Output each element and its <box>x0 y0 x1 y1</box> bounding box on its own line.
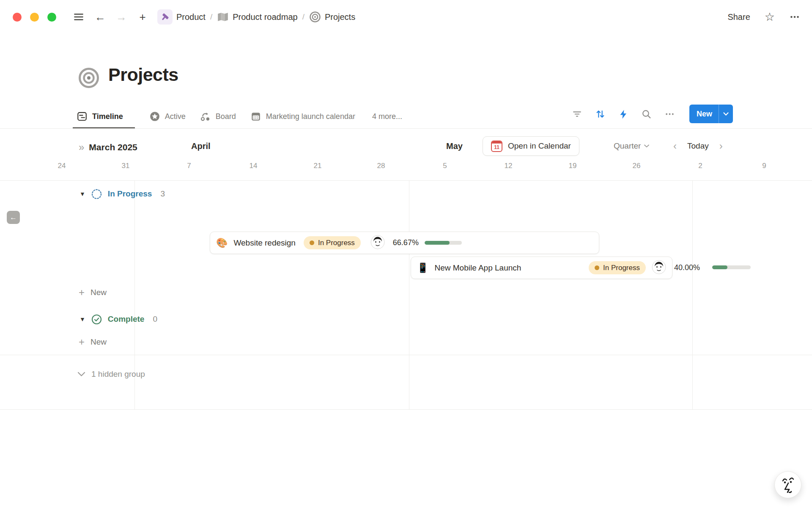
previous-period-button[interactable]: ‹ <box>673 141 677 151</box>
new-item-split-button: New <box>689 105 733 123</box>
flow-icon <box>200 111 211 122</box>
sort-arrows-icon <box>595 109 606 119</box>
tab-label: Timeline <box>92 112 123 121</box>
map-icon <box>217 12 229 22</box>
sidebar-toggle-button[interactable] <box>71 9 87 25</box>
next-period-button[interactable]: › <box>719 141 723 151</box>
hidden-group-toggle[interactable]: 1 hidden group <box>77 367 145 382</box>
target-icon <box>78 67 100 89</box>
close-window-button[interactable] <box>13 13 22 22</box>
timeline-view-icon <box>77 111 88 122</box>
ellipsis-icon <box>664 109 675 119</box>
calendar-day-number: 11 <box>492 144 502 151</box>
hidden-group-label: 1 hidden group <box>91 370 145 379</box>
axis-date: 19 <box>569 162 577 170</box>
new-item-row-button[interactable]: + New <box>79 336 107 348</box>
axis-date: 12 <box>505 162 513 170</box>
new-item-row-button[interactable]: + New <box>79 286 107 299</box>
hamburger-icon <box>73 11 84 22</box>
new-item-button[interactable]: New <box>689 105 719 123</box>
month-gridline <box>409 180 409 409</box>
axis-date: 21 <box>314 162 322 170</box>
item-emoji: 🎨 <box>216 238 228 248</box>
new-row-label: New <box>91 337 107 347</box>
collapse-triangle-icon[interactable]: ▼ <box>80 191 85 197</box>
timeline-item-new-mobile-app-launch[interactable]: 📱 New Mobile App Launch In Progress <box>411 257 672 279</box>
tab-active[interactable]: Active <box>149 104 186 129</box>
view-tabs: Timeline Active Board <box>77 104 402 129</box>
page-title[interactable]: Projects <box>108 64 178 85</box>
tab-board[interactable]: Board <box>200 104 236 129</box>
share-button[interactable]: Share <box>727 12 750 22</box>
back-button[interactable]: ← <box>92 9 108 25</box>
new-row-label: New <box>91 288 107 297</box>
progress-percentage: 40.00% <box>674 263 700 272</box>
group-header-complete[interactable]: ▼ Complete 0 <box>80 312 157 327</box>
sort-button[interactable] <box>595 109 606 119</box>
status-label: In Progress <box>318 239 355 247</box>
today-button[interactable]: Today <box>687 141 709 151</box>
axis-date: 14 <box>250 162 258 170</box>
group-header-in-progress[interactable]: ▼ In Progress 3 <box>80 186 165 202</box>
chevron-down-icon <box>77 372 85 377</box>
axis-date: 5 <box>443 162 447 170</box>
new-item-dropdown-button[interactable] <box>719 105 733 123</box>
breadcrumb-item-product[interactable]: Product <box>176 12 206 22</box>
timeline-bottom-divider <box>0 409 812 410</box>
view-options-button[interactable] <box>664 109 675 119</box>
search-icon <box>641 109 652 119</box>
forward-button[interactable]: → <box>113 9 129 25</box>
plus-icon: + <box>79 337 85 347</box>
titlebar-actions: Share ☆ <box>727 11 800 23</box>
chevron-down-icon <box>723 112 729 116</box>
breadcrumb-item-projects[interactable]: Projects <box>325 12 355 22</box>
axis-date: 24 <box>58 162 66 170</box>
search-button[interactable] <box>641 109 652 119</box>
axis-month-label: May <box>446 141 463 151</box>
back-arrow-icon: ← <box>10 213 17 222</box>
breadcrumb: Product / Product roadmap / Projects <box>157 9 355 25</box>
axis-date: 26 <box>633 162 641 170</box>
plus-icon: + <box>139 11 145 22</box>
minimize-window-button[interactable] <box>30 13 39 22</box>
progress-bar <box>425 241 462 245</box>
scroll-to-offscreen-item-button[interactable]: ← <box>7 211 20 224</box>
timeline-zoom-select[interactable]: Quarter <box>614 136 649 156</box>
status-badge: In Progress <box>304 236 361 249</box>
timeline-month-scroller[interactable]: » March 2025 <box>79 139 137 156</box>
more-views-button[interactable]: 4 more... <box>372 104 402 129</box>
axis-date: 28 <box>377 162 385 170</box>
group-count: 0 <box>153 315 157 324</box>
open-in-calendar-button[interactable]: 11 Open in Calendar <box>483 136 579 156</box>
group-name: Complete <box>108 315 145 324</box>
chevron-down-icon <box>644 144 649 148</box>
ellipsis-icon <box>789 11 800 22</box>
zoom-select-value: Quarter <box>614 141 641 151</box>
tab-label: Board <box>216 112 236 121</box>
new-page-button[interactable]: + <box>134 9 151 25</box>
tab-marketing-launch-calendar[interactable]: Marketing launch calendar <box>250 104 355 129</box>
automations-button[interactable] <box>618 109 628 119</box>
target-icon <box>309 11 321 23</box>
axis-date: 9 <box>762 162 766 170</box>
current-month-label: March 2025 <box>89 142 137 152</box>
breadcrumb-item-product-roadmap[interactable]: Product roadmap <box>233 12 297 22</box>
tab-timeline[interactable]: Timeline <box>73 104 135 129</box>
favorite-button[interactable]: ☆ <box>765 11 775 23</box>
zoom-window-button[interactable] <box>47 13 56 22</box>
window-titlebar: ← → + Product / <box>0 0 812 34</box>
axis-month-label: April <box>191 141 211 151</box>
item-emoji: 📱 <box>417 263 428 273</box>
notion-ai-button[interactable] <box>774 471 801 498</box>
tabs-divider <box>0 128 812 129</box>
more-options-button[interactable] <box>789 11 800 22</box>
star-circle-icon <box>149 111 160 122</box>
timeline-item-website-redesign[interactable]: 🎨 Website redesign In Progress 66.67% <box>210 232 599 254</box>
progress-bar-fill <box>425 241 450 245</box>
filter-button[interactable] <box>572 109 582 119</box>
page-icon-target[interactable] <box>78 67 100 91</box>
collapse-triangle-icon[interactable]: ▼ <box>80 316 85 322</box>
status-label: In Progress <box>603 264 640 272</box>
progress-percentage: 66.67% <box>393 238 419 247</box>
axis-date: 31 <box>122 162 130 170</box>
